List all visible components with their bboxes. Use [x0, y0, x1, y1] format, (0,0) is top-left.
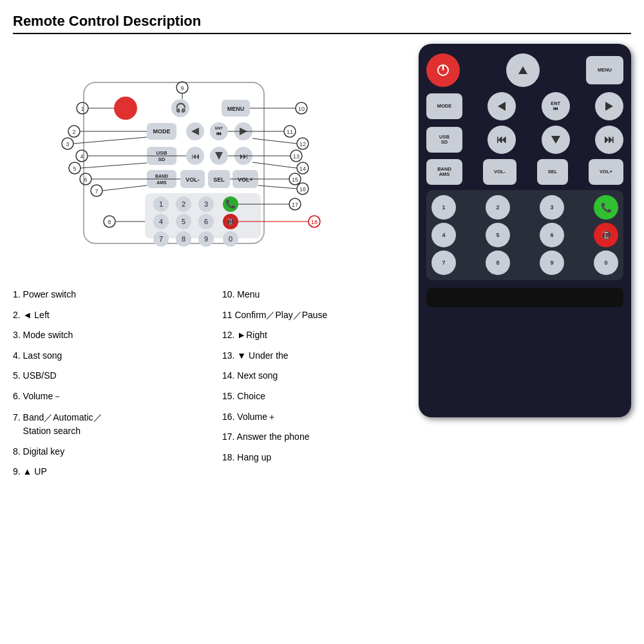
svg-text:📞: 📞: [225, 198, 236, 209]
list-item: 14. Next song: [222, 370, 406, 383]
svg-text:13: 13: [293, 153, 299, 160]
svg-line-93: [252, 138, 297, 144]
list-item: 16. Volume＋: [222, 411, 406, 424]
svg-text:14: 14: [299, 166, 306, 172]
sel-button[interactable]: SEL: [537, 159, 568, 185]
svg-text:11: 11: [287, 129, 293, 135]
svg-line-78: [102, 185, 147, 191]
down-button[interactable]: [542, 126, 570, 154]
next-button[interactable]: ⏭: [595, 126, 623, 154]
svg-text:2: 2: [72, 129, 75, 135]
svg-text:SD: SD: [158, 156, 165, 162]
list-item: 7. Band／Automatic／ Station search: [13, 411, 196, 438]
svg-text:17: 17: [292, 202, 298, 208]
menu-button[interactable]: MENU: [586, 56, 623, 84]
list-item: 15. Choice: [222, 390, 406, 403]
btn-7[interactable]: 7: [431, 251, 456, 275]
svg-text:1: 1: [159, 200, 163, 208]
svg-text:4: 4: [80, 153, 83, 160]
list-item: 5. USB/SD: [13, 370, 196, 383]
ent-button[interactable]: ENT⏮: [542, 92, 570, 120]
svg-text:VOL+: VOL+: [238, 176, 253, 183]
power-button[interactable]: [426, 53, 460, 87]
svg-text:⏮: ⏮: [191, 151, 200, 161]
svg-text:7: 7: [95, 188, 98, 194]
svg-text:9: 9: [180, 85, 184, 91]
svg-text:🎧: 🎧: [175, 102, 187, 113]
svg-text:7: 7: [159, 235, 163, 243]
list-item: 18. Hang up: [222, 451, 406, 464]
svg-line-99: [252, 162, 297, 168]
list-item: 8. Digital key: [13, 446, 196, 459]
btn-3[interactable]: 3: [540, 195, 564, 220]
svg-text:3: 3: [204, 200, 208, 208]
desc-right-col: 10. Menu 11 Confirm／Play／Pause 12. ►Righ…: [222, 289, 406, 478]
svg-text:8: 8: [182, 235, 185, 243]
list-item: 17. Answer the phone: [222, 431, 406, 444]
svg-text:18: 18: [311, 219, 317, 225]
svg-text:ENT: ENT: [215, 126, 223, 130]
list-item: 10. Menu: [222, 289, 406, 301]
usb-sd-button[interactable]: USBSD: [426, 127, 462, 153]
svg-text:12: 12: [299, 141, 306, 147]
vol-minus-button[interactable]: VOL-: [483, 159, 516, 185]
svg-text:SEL: SEL: [213, 176, 225, 183]
list-item: 6. Volume－: [13, 390, 196, 403]
btn-8[interactable]: 8: [486, 251, 510, 275]
svg-text:1: 1: [80, 106, 84, 112]
svg-text:9: 9: [204, 235, 208, 243]
btn-1[interactable]: 1: [431, 195, 456, 220]
desc-left-col: 1. Power switch 2. ◄ Left 3. Mode switch…: [13, 289, 196, 478]
hangup-button[interactable]: 📵: [594, 223, 618, 247]
svg-text:6: 6: [204, 218, 208, 225]
up-button[interactable]: [506, 53, 540, 87]
svg-text:3: 3: [66, 141, 69, 147]
svg-text:5: 5: [73, 166, 76, 172]
list-item: 2. ◄ Left: [13, 309, 196, 322]
left-button[interactable]: [488, 92, 516, 120]
svg-text:BAND: BAND: [155, 174, 168, 178]
svg-text:📵: 📵: [226, 217, 235, 226]
btn-0[interactable]: 0: [594, 251, 618, 275]
svg-text:6: 6: [84, 176, 87, 183]
list-item: 3. Mode switch: [13, 329, 196, 342]
svg-text:16: 16: [299, 186, 306, 193]
svg-text:AMS: AMS: [156, 180, 167, 185]
description-section: 1. Power switch 2. ◄ Left 3. Mode switch…: [13, 289, 406, 478]
vol-plus-button[interactable]: VOL+: [589, 159, 623, 185]
right-button[interactable]: [595, 92, 623, 120]
svg-text:0: 0: [229, 235, 232, 243]
btn-4[interactable]: 4: [431, 223, 456, 247]
list-item: 11 Confirm／Play／Pause: [222, 309, 406, 322]
mode-button[interactable]: MODE: [426, 93, 462, 119]
svg-line-66: [73, 137, 147, 144]
btn-2[interactable]: 2: [486, 195, 510, 220]
btn-6[interactable]: 6: [540, 223, 564, 247]
svg-text:MENU: MENU: [227, 106, 245, 112]
svg-text:VOL-: VOL-: [185, 176, 200, 183]
list-item: 13. ▼ Under the: [222, 350, 406, 363]
list-item: 4. Last song: [13, 350, 196, 363]
svg-text:USB: USB: [156, 150, 167, 156]
prev-button[interactable]: ⏮: [488, 126, 516, 154]
svg-text:4: 4: [159, 218, 163, 225]
btn-9[interactable]: 9: [540, 251, 564, 275]
answer-button[interactable]: 📞: [594, 195, 618, 220]
numpad: 1 2 3 📞 4 5 6 📵 7 8: [426, 190, 623, 280]
svg-text:10: 10: [298, 106, 305, 112]
svg-text:⏮: ⏮: [216, 131, 222, 137]
list-item: 9. ▲ UP: [13, 466, 196, 478]
svg-text:8: 8: [108, 219, 111, 225]
svg-line-72: [80, 163, 147, 168]
remote-diagram: 🎧 MENU MODE ENT ⏮: [13, 44, 361, 276]
list-item: 1. Power switch: [13, 289, 196, 301]
svg-point-1: [114, 97, 137, 120]
svg-text:5: 5: [182, 218, 185, 225]
list-item: 12. ►Right: [222, 329, 406, 342]
svg-text:2: 2: [182, 200, 185, 208]
remote-photo: MENU MODE ENT⏮: [419, 44, 631, 417]
remote-bottom: [426, 288, 623, 307]
band-ams-button[interactable]: BANDAMS: [426, 159, 462, 185]
svg-text:MODE: MODE: [153, 128, 171, 135]
btn-5[interactable]: 5: [486, 223, 510, 247]
